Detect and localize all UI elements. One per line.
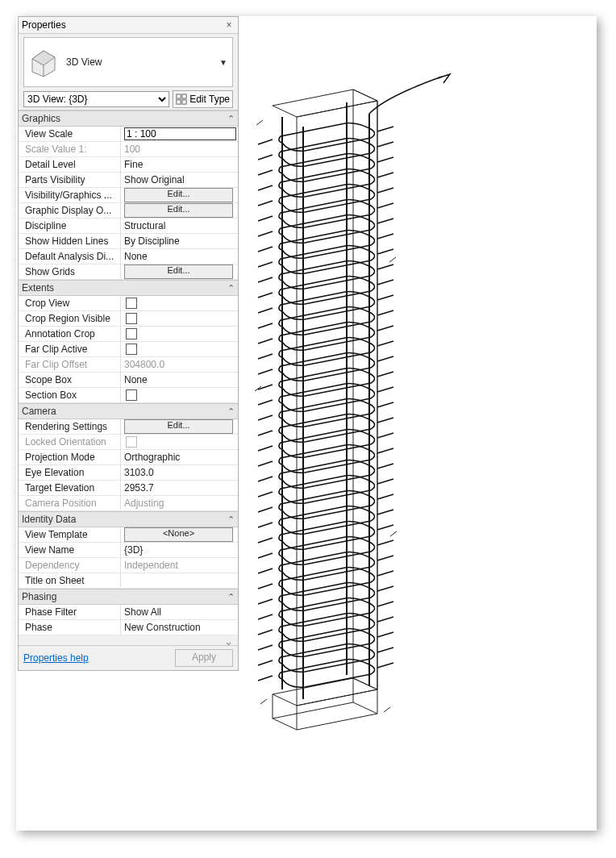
annotation-crop-checkbox[interactable]	[126, 328, 137, 339]
crop-region-visible-checkbox[interactable]	[126, 313, 137, 324]
svg-line-90	[377, 663, 393, 668]
svg-line-69	[258, 507, 273, 512]
row-crop-region-visible: Crop Region Visible	[19, 311, 238, 327]
svg-rect-3	[177, 94, 181, 98]
phase-value[interactable]: New Construction	[120, 620, 238, 635]
view-template-button[interactable]: <None>	[124, 527, 233, 542]
instance-selector[interactable]: 3D View: {3D}	[23, 91, 169, 107]
svg-marker-9	[273, 90, 377, 117]
svg-line-76	[377, 556, 393, 560]
graphic-display-edit-button[interactable]: Edit...	[124, 203, 233, 218]
svg-line-59	[258, 431, 273, 435]
svg-line-34	[377, 234, 393, 239]
edit-type-button[interactable]: Edit Type	[173, 90, 233, 108]
svg-line-36	[377, 249, 393, 254]
section-extents[interactable]: Extents⌃	[19, 280, 238, 296]
instance-selector-row: 3D View: {3D} Edit Type	[19, 89, 238, 110]
chevron-down-icon[interactable]: ▼	[219, 58, 227, 67]
svg-line-56	[377, 402, 393, 407]
svg-line-24	[377, 157, 393, 162]
crop-view-checkbox[interactable]	[126, 298, 137, 309]
row-graphic-display: Graphic Display O...Edit...	[19, 203, 238, 219]
svg-line-55	[258, 400, 273, 405]
svg-line-37	[258, 262, 273, 267]
section-phasing[interactable]: Phasing⌃	[19, 589, 238, 605]
svg-line-73	[258, 538, 273, 543]
phase-filter-value[interactable]: Show All	[120, 605, 238, 619]
row-section-box: Section Box	[19, 388, 238, 403]
svg-line-48	[377, 341, 393, 346]
viewport-3d[interactable]	[240, 18, 595, 829]
panel-footer: Properties help Apply	[19, 645, 238, 670]
properties-help-link[interactable]: Properties help	[23, 652, 175, 664]
show-hidden-lines-value[interactable]: By Discipline	[120, 234, 238, 248]
section-box-checkbox[interactable]	[126, 389, 137, 401]
svg-line-44	[377, 310, 393, 315]
svg-line-86	[377, 632, 393, 637]
svg-line-61	[258, 446, 273, 451]
svg-line-94	[389, 257, 396, 262]
svg-line-35	[258, 247, 273, 252]
detail-level-value[interactable]: Fine	[120, 157, 238, 172]
row-default-analysis: Default Analysis Di...None	[19, 249, 238, 264]
section-identity-data[interactable]: Identity Data⌃	[19, 511, 238, 527]
row-far-clip-active: Far Clip Active	[19, 342, 238, 357]
row-view-template: View Template<None>	[19, 527, 238, 543]
svg-line-67	[258, 492, 273, 497]
row-rendering-settings: Rendering SettingsEdit...	[19, 419, 238, 435]
collapse-icon: ⌃	[227, 514, 235, 525]
section-camera[interactable]: Camera⌃	[19, 403, 238, 419]
row-detail-level: Detail LevelFine	[19, 157, 238, 173]
close-icon[interactable]: ×	[223, 19, 235, 31]
svg-line-95	[390, 531, 397, 536]
projection-mode-value[interactable]: Orthographic	[120, 450, 238, 464]
visibility-graphics-edit-button[interactable]: Edit...	[124, 188, 233, 202]
collapse-icon: ⌃	[227, 406, 235, 417]
row-camera-position: Camera PositionAdjusting	[19, 496, 238, 511]
rendering-settings-edit-button[interactable]: Edit...	[124, 419, 233, 434]
svg-line-77	[258, 569, 273, 573]
svg-line-75	[258, 553, 273, 558]
svg-line-42	[377, 295, 393, 300]
svg-line-89	[258, 660, 273, 665]
svg-line-80	[377, 586, 393, 591]
show-grids-edit-button[interactable]: Edit...	[124, 264, 233, 279]
svg-line-72	[377, 525, 393, 530]
svg-line-54	[377, 387, 393, 392]
svg-line-81	[258, 599, 273, 604]
section-graphics[interactable]: Graphics⌃	[19, 110, 238, 127]
title-on-sheet-value[interactable]	[120, 573, 238, 588]
house-3d-icon	[27, 46, 60, 78]
svg-line-50	[377, 356, 393, 361]
family-selector[interactable]: 3D View ▼	[23, 37, 233, 87]
view-scale-input[interactable]	[124, 127, 236, 140]
target-elevation-value[interactable]: 2953.7	[120, 481, 238, 495]
family-name-label: 3D View	[66, 56, 229, 68]
svg-line-20	[377, 127, 393, 131]
row-scope-box: Scope BoxNone	[19, 373, 238, 388]
svg-rect-5	[177, 100, 181, 104]
row-title-on-sheet: Title on Sheet	[19, 573, 238, 589]
svg-marker-10	[273, 678, 377, 706]
row-dependency: DependencyIndependent	[19, 558, 238, 573]
discipline-value[interactable]: Structural	[120, 219, 238, 233]
eye-elevation-value[interactable]: 3103.0	[120, 465, 238, 480]
view-name-value[interactable]: {3D}	[120, 543, 238, 557]
row-target-elevation: Target Elevation2953.7	[19, 481, 238, 496]
parts-visibility-value[interactable]: Show Original	[120, 173, 238, 187]
svg-line-33	[258, 231, 273, 236]
svg-line-22	[377, 142, 393, 147]
far-clip-active-checkbox[interactable]	[126, 344, 137, 355]
scroll-indicator[interactable]: ⌄	[19, 635, 238, 645]
svg-line-27	[258, 185, 273, 190]
svg-line-49	[258, 354, 273, 359]
svg-line-60	[377, 433, 393, 438]
svg-line-43	[258, 308, 273, 313]
row-parts-visibility: Parts VisibilityShow Original	[19, 173, 238, 188]
row-view-scale: View Scale	[19, 127, 238, 142]
svg-line-88	[377, 648, 393, 652]
scope-box-value[interactable]: None	[120, 373, 238, 387]
apply-button[interactable]: Apply	[175, 649, 233, 667]
default-analysis-value[interactable]: None	[120, 249, 238, 264]
collapse-icon: ⌃	[227, 592, 235, 602]
